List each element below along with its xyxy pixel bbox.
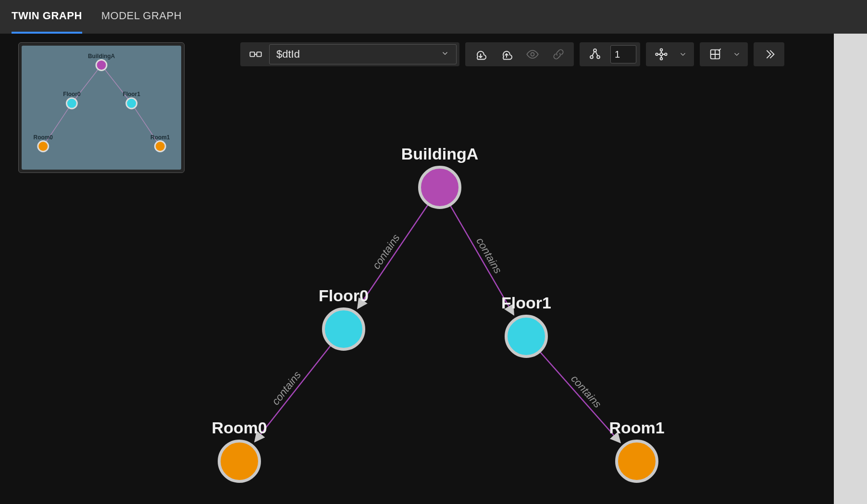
node-label: Floor0 [319, 286, 369, 305]
property-inspector-panel [834, 34, 867, 504]
node-circle[interactable] [219, 441, 260, 481]
tabs-header: TWIN GRAPH MODEL GRAPH [0, 0, 867, 34]
node-buildingA[interactable]: BuildingA [401, 145, 479, 208]
node-circle[interactable] [617, 441, 657, 481]
tab-twin-graph[interactable]: TWIN GRAPH [12, 0, 82, 34]
node-floor0[interactable]: Floor0 [319, 286, 369, 349]
node-label: Room0 [211, 418, 267, 437]
edge-label: contains [370, 232, 402, 271]
node-label: Room1 [609, 418, 664, 437]
node-circle[interactable] [323, 309, 364, 349]
node-room1[interactable]: Room1 [609, 418, 664, 481]
node-circle[interactable] [506, 316, 546, 356]
tab-model-graph[interactable]: MODEL GRAPH [101, 0, 182, 34]
graph-svg[interactable]: containscontainscontainscontains Buildin… [0, 34, 834, 504]
node-circle[interactable] [420, 167, 460, 208]
graph-canvas-area[interactable]: BuildingAFloor0Floor1Room0Room1 $dtId [0, 34, 834, 504]
edge-label: contains [474, 235, 504, 275]
node-label: BuildingA [401, 145, 479, 163]
node-label: Floor1 [501, 294, 551, 312]
edge[interactable] [540, 351, 620, 443]
node-room0[interactable]: Room0 [211, 418, 267, 481]
tab-label: MODEL GRAPH [101, 10, 182, 22]
node-floor1[interactable]: Floor1 [501, 294, 551, 356]
tab-label: TWIN GRAPH [12, 10, 82, 22]
